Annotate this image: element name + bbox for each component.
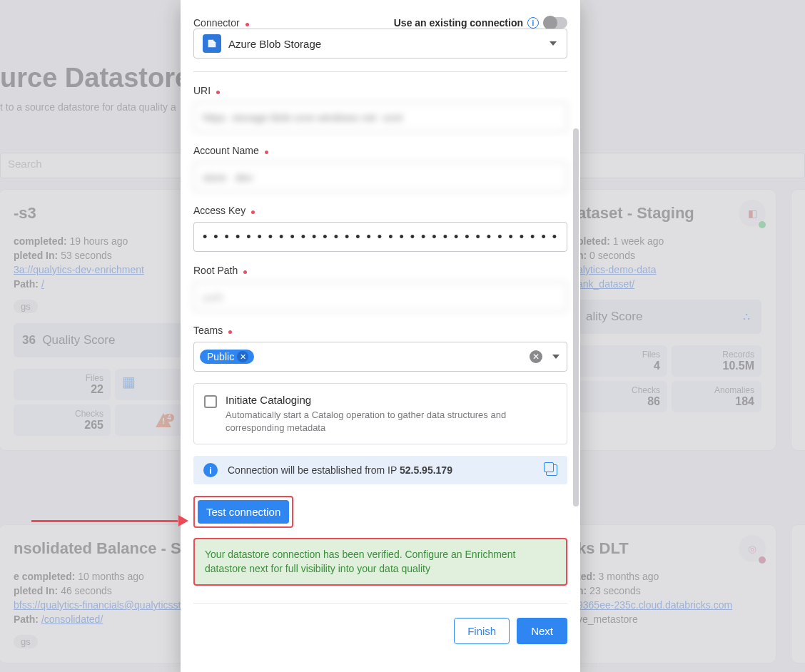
clear-teams-icon[interactable]: ✕: [530, 350, 542, 363]
chevron-down-icon: [550, 41, 557, 46]
access-key-label: Access Key: [193, 205, 245, 216]
info-icon[interactable]: i: [527, 17, 539, 29]
connector-select[interactable]: Azure Blob Storage: [193, 29, 567, 58]
account-name-label: Account Name: [193, 145, 259, 156]
team-chip-public[interactable]: Public ✕: [200, 350, 254, 364]
ip-prefix: Connection will be established from IP: [228, 464, 400, 476]
copy-icon[interactable]: [546, 464, 557, 476]
existing-connection-toggle[interactable]: [543, 17, 567, 29]
connector-value: Azure Blob Storage: [228, 38, 321, 50]
finish-button[interactable]: Finish: [454, 618, 510, 644]
uri-label: URI: [193, 85, 211, 96]
initiate-cataloging-option[interactable]: Initiate Cataloging Automatically start …: [193, 383, 567, 444]
remove-chip-icon[interactable]: ✕: [237, 351, 248, 362]
azure-blob-icon: [203, 34, 221, 53]
next-button[interactable]: Next: [517, 618, 567, 644]
scrollbar[interactable]: [573, 128, 579, 506]
catalog-checkbox[interactable]: [204, 395, 217, 408]
test-connection-button[interactable]: Test connection: [198, 500, 289, 524]
access-key-input[interactable]: [193, 222, 567, 252]
chevron-down-icon: [552, 355, 560, 359]
connector-label: Connector: [193, 17, 240, 29]
ip-value: 52.5.95.179: [400, 464, 452, 476]
catalog-title: Initiate Cataloging: [226, 394, 557, 406]
teams-label: Teams: [193, 325, 223, 336]
add-datastore-modal: Connector Use an existing connection i A…: [181, 0, 580, 672]
catalog-description: Automatically start a Catalog operation …: [226, 409, 557, 434]
root-path-label: Root Path: [193, 265, 238, 276]
connection-success-message: Your datastore connection has been verif…: [193, 538, 567, 586]
info-icon: i: [203, 463, 218, 477]
uri-input[interactable]: [193, 102, 567, 132]
test-connection-highlight: Test connection: [193, 496, 293, 528]
ip-info-bar: i Connection will be established from IP…: [193, 456, 567, 484]
root-path-input[interactable]: [193, 282, 567, 312]
account-name-input[interactable]: [193, 162, 567, 192]
existing-connection-label: Use an existing connection: [394, 17, 523, 29]
required-indicator: [245, 23, 249, 26]
teams-select[interactable]: Public ✕ ✕: [193, 342, 567, 372]
